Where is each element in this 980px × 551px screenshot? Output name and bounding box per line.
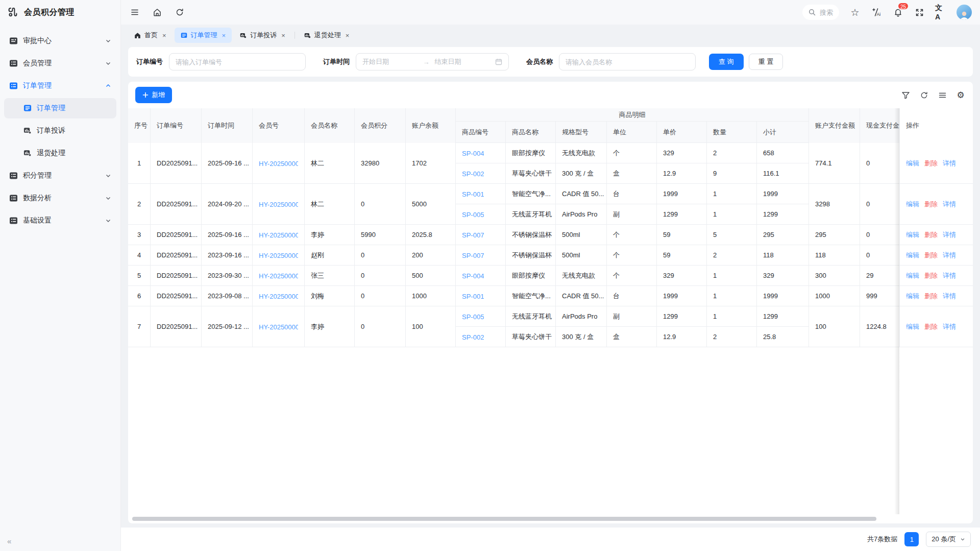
member-id-link[interactable]: HY-202500006 bbox=[259, 160, 298, 167]
sidebar-collapse-button[interactable]: « bbox=[7, 537, 11, 545]
page-number-button[interactable]: 1 bbox=[904, 532, 919, 546]
product-code-link[interactable]: SP-004 bbox=[462, 150, 484, 157]
page-size-select[interactable]: 20 条/页 bbox=[926, 532, 971, 547]
cell-seq: 2 bbox=[128, 184, 151, 225]
product-code-link[interactable]: SP-005 bbox=[462, 211, 484, 219]
language-translate-icon[interactable]: 文A bbox=[935, 7, 946, 18]
sidebar-item-data-analysis[interactable]: 数据分析 bbox=[4, 188, 116, 208]
edit-link[interactable]: 编辑 bbox=[906, 292, 919, 300]
edit-link[interactable]: 编辑 bbox=[906, 272, 919, 279]
delete-link[interactable]: 删除 bbox=[924, 251, 938, 259]
detail-link[interactable]: 详情 bbox=[943, 159, 956, 167]
sidebar-subitem-order-management[interactable]: 订单管理 bbox=[4, 98, 116, 118]
member-name-input[interactable] bbox=[559, 53, 696, 70]
cell-actions: 编辑删除详情 bbox=[900, 143, 973, 184]
date-range-picker[interactable]: 开始日期 → 结束日期 bbox=[356, 53, 509, 70]
close-icon[interactable]: × bbox=[281, 32, 285, 39]
refresh-icon[interactable] bbox=[174, 7, 185, 18]
sidebar-item-label: 积分管理 bbox=[23, 171, 100, 180]
user-avatar[interactable] bbox=[957, 5, 972, 20]
reset-button[interactable]: 重 置 bbox=[749, 54, 783, 70]
product-code-link[interactable]: SP-005 bbox=[462, 313, 484, 321]
delete-link[interactable]: 删除 bbox=[924, 231, 938, 238]
detail-link[interactable]: 详情 bbox=[943, 231, 956, 238]
product-code-link[interactable]: SP-004 bbox=[462, 272, 484, 280]
global-search[interactable] bbox=[802, 5, 839, 20]
cell-spec: AirPods Pro bbox=[556, 306, 607, 327]
product-code-link[interactable]: SP-007 bbox=[462, 252, 484, 259]
member-id-link[interactable]: HY-202500002 bbox=[259, 323, 298, 331]
member-id-link[interactable]: HY-202500005 bbox=[259, 252, 298, 259]
detail-link[interactable]: 详情 bbox=[943, 200, 956, 208]
cell-seq: 5 bbox=[128, 266, 151, 286]
cell-member-id: HY-202500001 bbox=[253, 266, 305, 286]
detail-link[interactable]: 详情 bbox=[943, 251, 956, 259]
close-icon[interactable]: × bbox=[346, 32, 350, 39]
start-date-field[interactable]: 开始日期 bbox=[362, 57, 418, 66]
table-row: 6DD2025091...2023-09-08 ...HY-202500004刘… bbox=[128, 286, 973, 306]
search-input[interactable] bbox=[820, 9, 840, 16]
edit-link[interactable]: 编辑 bbox=[906, 323, 919, 330]
member-id-link[interactable]: HY-202500001 bbox=[259, 272, 298, 280]
detail-link[interactable]: 详情 bbox=[943, 292, 956, 300]
sidebar-menu: 审批中心 会员管理 订单管理 bbox=[0, 25, 120, 531]
sidebar-item-approval-center[interactable]: 审批中心 bbox=[4, 31, 116, 51]
order-no-input[interactable] bbox=[169, 53, 306, 70]
cell-qty: 9 bbox=[707, 163, 757, 184]
edit-link[interactable]: 编辑 bbox=[906, 231, 919, 238]
delete-link[interactable]: 删除 bbox=[924, 272, 938, 279]
ai-translate-icon[interactable]: Ai bbox=[871, 7, 882, 18]
chevron-down-icon bbox=[105, 195, 111, 201]
cell-member-name: 李婷 bbox=[305, 306, 355, 347]
column-settings-gear-icon[interactable]: ⚙ bbox=[955, 90, 966, 100]
hamburger-menu-icon[interactable] bbox=[129, 7, 140, 18]
add-button[interactable]: 新增 bbox=[135, 87, 172, 103]
end-date-field[interactable]: 结束日期 bbox=[435, 57, 491, 66]
cell-order-time: 2023-09-08 ... bbox=[202, 286, 253, 306]
delete-link[interactable]: 删除 bbox=[924, 200, 938, 208]
tab-home[interactable]: 首页 × bbox=[128, 28, 173, 43]
product-code-link[interactable]: SP-002 bbox=[462, 170, 484, 178]
filter-funnel-icon[interactable] bbox=[900, 90, 911, 100]
cell-balance: 100 bbox=[406, 306, 456, 347]
density-lines-icon[interactable] bbox=[937, 90, 947, 100]
detail-link[interactable]: 详情 bbox=[943, 272, 956, 279]
sidebar-item-basic-settings[interactable]: 基础设置 bbox=[4, 210, 116, 231]
delete-link[interactable]: 删除 bbox=[924, 292, 938, 300]
close-icon[interactable]: × bbox=[162, 32, 166, 39]
search-button[interactable]: 查 询 bbox=[709, 54, 744, 70]
tab-order-management[interactable]: 订单管理 × bbox=[175, 28, 232, 43]
edit-link[interactable]: 编辑 bbox=[906, 251, 919, 259]
product-code-link[interactable]: SP-007 bbox=[462, 231, 484, 239]
product-code-link[interactable]: SP-002 bbox=[462, 333, 484, 341]
sidebar-item-order-management[interactable]: 订单管理 bbox=[4, 76, 116, 96]
tab-order-complaint[interactable]: 订单投诉 × bbox=[234, 28, 291, 43]
product-code-link[interactable]: SP-001 bbox=[462, 190, 484, 198]
tab-label: 首页 bbox=[144, 31, 158, 40]
cell-actions: 编辑删除详情 bbox=[900, 306, 973, 347]
delete-link[interactable]: 删除 bbox=[924, 323, 938, 330]
member-id-link[interactable]: HY-202500004 bbox=[259, 293, 298, 300]
sidebar-subitem-return-processing[interactable]: 退货处理 bbox=[4, 143, 116, 163]
delete-link[interactable]: 删除 bbox=[924, 159, 938, 167]
notification-bell-icon[interactable]: 25 bbox=[892, 7, 903, 18]
member-id-link[interactable]: HY-202500006 bbox=[259, 201, 298, 208]
home-icon[interactable] bbox=[152, 7, 163, 18]
cell-product-name: 眼部按摩仪 bbox=[506, 143, 556, 163]
product-code-link[interactable]: SP-001 bbox=[462, 293, 484, 300]
sidebar-item-points-management[interactable]: 积分管理 bbox=[4, 165, 116, 186]
sidebar-subitem-order-complaint[interactable]: 订单投诉 bbox=[4, 121, 116, 141]
detail-link[interactable]: 详情 bbox=[943, 323, 956, 330]
edit-link[interactable]: 编辑 bbox=[906, 200, 919, 208]
edit-link[interactable]: 编辑 bbox=[906, 159, 919, 167]
table-refresh-icon[interactable] bbox=[919, 90, 929, 100]
horizontal-scrollbar[interactable] bbox=[132, 517, 876, 521]
sidebar-item-member-management[interactable]: 会员管理 bbox=[4, 53, 116, 74]
cell-product-code: SP-005 bbox=[456, 204, 506, 225]
member-id-link[interactable]: HY-202500002 bbox=[259, 231, 298, 239]
close-icon[interactable]: × bbox=[222, 32, 226, 39]
cell-member-name: 赵刚 bbox=[305, 245, 355, 266]
tab-return-processing[interactable]: 退货处理 × bbox=[298, 28, 356, 43]
fullscreen-icon[interactable] bbox=[914, 7, 925, 18]
favorite-star-icon[interactable]: ☆ bbox=[849, 7, 861, 18]
